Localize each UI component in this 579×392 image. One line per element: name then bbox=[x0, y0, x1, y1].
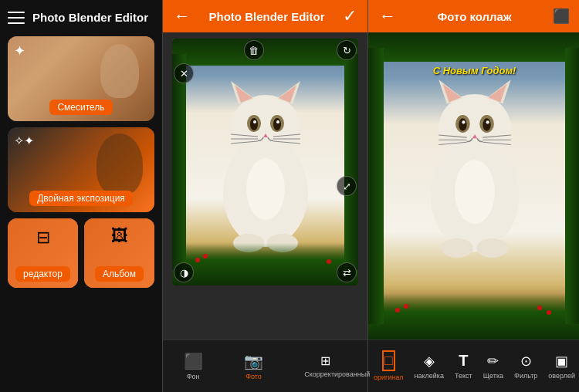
svg-point-1 bbox=[231, 95, 300, 160]
right-title: Фото коллаж bbox=[437, 10, 511, 23]
bg-label: Фон bbox=[187, 373, 200, 381]
brush-label: Щетка bbox=[483, 372, 503, 380]
editor-card[interactable]: ⊟ редактор bbox=[8, 218, 78, 288]
overlay-tool[interactable]: ▣ оверлей bbox=[543, 350, 579, 384]
center-check-button[interactable]: ✓ bbox=[343, 6, 357, 26]
opacity-btn[interactable]: ◑ bbox=[174, 262, 194, 282]
svg-point-30 bbox=[459, 118, 466, 131]
double-exposure-card[interactable]: ✧✦ Двойная экспозиция bbox=[8, 127, 154, 212]
original-label: оригинал bbox=[374, 373, 404, 382]
center-toolbar: ⬛ Фон 📷 Фото ⊞ Скорректированный bbox=[163, 340, 367, 392]
center-panel: ← Photo Blender Editor ✓ bbox=[163, 0, 367, 392]
adjusted-icon: ⊞ bbox=[320, 353, 330, 368]
svg-point-42 bbox=[476, 238, 509, 258]
bg-icon: ⬛ bbox=[184, 352, 203, 370]
hamburger-menu[interactable] bbox=[8, 12, 25, 24]
svg-point-10 bbox=[253, 120, 256, 123]
sticker-label: наклейка bbox=[415, 372, 444, 380]
right-toolbar: □ оригинал ◈ наклейка T Текст ✏ Щетка ⊙ … bbox=[368, 340, 579, 392]
photo-frame[interactable] bbox=[172, 39, 358, 286]
svg-point-23 bbox=[438, 94, 510, 161]
svg-point-33 bbox=[486, 120, 489, 123]
filter-tool[interactable]: ⊙ Фильтр bbox=[510, 350, 542, 384]
rotate-btn[interactable]: ↻ bbox=[337, 40, 357, 60]
center-back-button[interactable]: ← bbox=[174, 6, 191, 26]
sticker-icon: ◈ bbox=[424, 353, 435, 370]
svg-point-41 bbox=[441, 238, 473, 258]
delete-btn[interactable]: 🗑 bbox=[244, 40, 264, 60]
album-label: Альбом bbox=[95, 266, 144, 282]
brush-icon: ✏ bbox=[487, 353, 499, 370]
svg-point-32 bbox=[462, 120, 465, 123]
overlay-label: оверлей bbox=[548, 372, 575, 380]
bg-tool[interactable]: ⬛ Фон bbox=[179, 349, 208, 384]
svg-point-11 bbox=[276, 120, 279, 123]
svg-point-21 bbox=[246, 158, 285, 220]
left-panel: Photo Blender Editor ✦ Смеситель ✧✦ Двой… bbox=[0, 0, 162, 392]
right-header: ← Фото коллаж ⬛ bbox=[368, 0, 579, 32]
ny-text-overlay: С Новым Годом! bbox=[384, 65, 565, 76]
center-canvas[interactable]: 🗑 ↻ ⤢ ✕ ◑ ⇄ bbox=[163, 32, 367, 340]
filter-label: Фильтр bbox=[514, 372, 537, 380]
mixer-label: Смеситель bbox=[49, 100, 112, 115]
left-title: Photo Blender Editor bbox=[32, 11, 148, 24]
filter-icon: ⊙ bbox=[520, 353, 532, 370]
bottom-cards-row: ⊟ редактор 🖼 Альбом bbox=[8, 218, 154, 288]
left-header: Photo Blender Editor bbox=[8, 8, 154, 30]
double-exposure-label: Двойная экспозиция bbox=[29, 191, 133, 206]
flip-btn[interactable]: ⇄ bbox=[337, 262, 357, 282]
resize-btn[interactable]: ⤢ bbox=[337, 176, 357, 196]
photo-icon: 📷 bbox=[244, 352, 263, 370]
svg-point-31 bbox=[482, 118, 490, 131]
svg-point-43 bbox=[455, 160, 495, 224]
brush-tool[interactable]: ✏ Щетка bbox=[479, 350, 508, 384]
right-panel: ← Фото коллаж ⬛ С Новым Годом! bbox=[368, 0, 579, 392]
editor-label: редактор bbox=[15, 266, 70, 282]
photo-label: Фото bbox=[245, 373, 262, 381]
mixer-card[interactable]: ✦ Смеситель bbox=[8, 36, 154, 121]
adjusted-label: Скорректированный bbox=[304, 370, 347, 379]
sticker-tool[interactable]: ◈ наклейка bbox=[410, 350, 449, 384]
photo-tool[interactable]: 📷 Фото bbox=[239, 349, 268, 384]
original-icon: □ bbox=[382, 350, 395, 371]
svg-point-9 bbox=[273, 118, 281, 130]
text-icon: T bbox=[459, 352, 468, 370]
overlay-icon: ▣ bbox=[555, 353, 568, 370]
center-header: ← Photo Blender Editor ✓ bbox=[163, 0, 367, 32]
right-canvas[interactable]: С Новым Годом! bbox=[368, 32, 579, 340]
svg-point-8 bbox=[250, 118, 258, 130]
album-card[interactable]: 🖼 Альбом bbox=[84, 218, 154, 288]
adjusted-tool[interactable]: ⊞ Скорректированный bbox=[300, 350, 351, 382]
center-title: Photo Blender Editor bbox=[209, 10, 325, 23]
text-label: Текст bbox=[455, 372, 472, 380]
right-share-button[interactable]: ⬛ bbox=[553, 8, 570, 25]
double-exposure-icon: ✧✦ bbox=[14, 133, 34, 148]
mixer-icon: ✦ bbox=[14, 42, 25, 59]
text-tool[interactable]: T Текст bbox=[450, 349, 477, 384]
right-back-button[interactable]: ← bbox=[379, 6, 396, 26]
close-btn[interactable]: ✕ bbox=[174, 63, 194, 83]
original-tool[interactable]: □ оригинал bbox=[369, 347, 408, 385]
